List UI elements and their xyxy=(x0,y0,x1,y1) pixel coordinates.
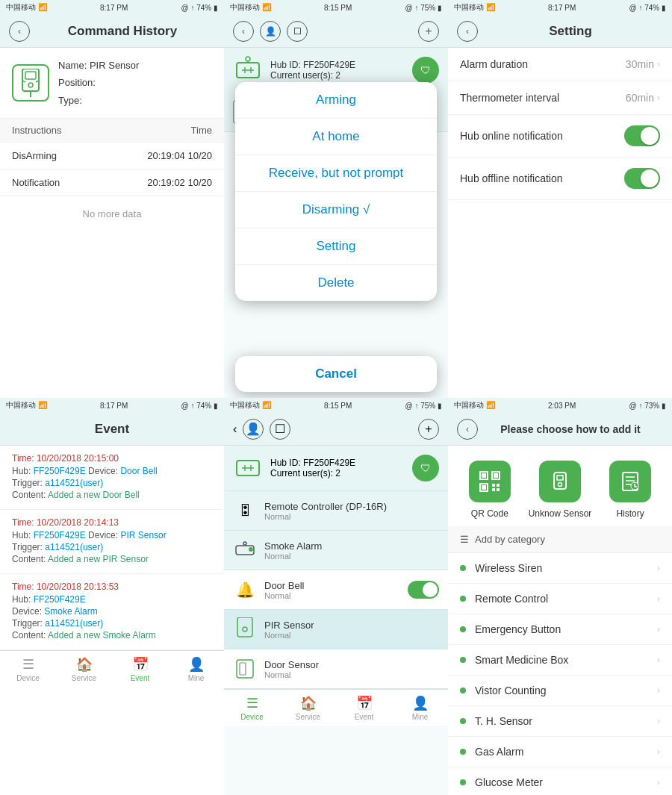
dropdown-disarming[interactable]: Disarming √ xyxy=(235,192,437,228)
event-list: Time: 10/20/2018 20:15:00 Hub: FF250F429… xyxy=(0,446,224,650)
svg-point-7 xyxy=(246,57,250,61)
page-title-p3: Setting xyxy=(478,24,663,39)
svg-rect-28 xyxy=(482,485,486,490)
dot-icon xyxy=(460,718,466,724)
hub-shield-icon[interactable]: 🛡 xyxy=(412,57,439,84)
hub-id-label: Hub ID: FF250F429E xyxy=(270,60,355,70)
tab-service-p5[interactable]: 🏠 Service xyxy=(280,690,336,726)
category-gas-alarm[interactable]: Gas Alarm › xyxy=(448,737,672,767)
add-history[interactable]: History xyxy=(609,461,651,519)
qr-code-icon xyxy=(469,461,511,502)
svg-rect-22 xyxy=(240,663,246,675)
svg-point-35 xyxy=(558,483,561,487)
svg-point-18 xyxy=(249,547,253,552)
nav-bar-p1: ‹ Command History xyxy=(0,15,224,48)
back-button-p3[interactable]: ‹ xyxy=(457,21,478,42)
tab-event-p4[interactable]: 📅 Event xyxy=(112,651,168,687)
event-item-2: Time: 10/20/2018 20:14:13 Hub: FF250F429… xyxy=(0,510,224,574)
table-header: Instructions Time xyxy=(0,119,224,143)
svg-rect-26 xyxy=(494,473,498,478)
hub-icon-p5 xyxy=(233,453,263,483)
avatar-button[interactable]: 👤 xyxy=(260,21,281,42)
scan-button[interactable]: ☐ xyxy=(287,21,308,42)
tab-service-p4[interactable]: 🏠 Service xyxy=(56,651,112,687)
event-item-1: Time: 10/20/2018 20:15:00 Hub: FF250F429… xyxy=(0,446,224,510)
avatar-btn-p5[interactable]: 👤 xyxy=(243,419,264,440)
panel-device-list: 中国移动 📶 8:15 PM @ ↑ 75% ▮ ‹ 👤 ☐ + Hub ID:… xyxy=(224,398,448,795)
dropdown-delete[interactable]: Delete xyxy=(235,265,437,301)
back-button-p5[interactable]: ‹ xyxy=(233,423,237,436)
status-bar-p1: 中国移动 📶 8:17 PM @ ↑ 74% ▮ xyxy=(0,0,224,15)
hub-offline-toggle[interactable] xyxy=(624,168,660,189)
door-bell-toggle[interactable] xyxy=(408,581,439,599)
history-icon xyxy=(609,461,651,502)
add-button[interactable]: + xyxy=(418,21,439,42)
status-bar-p5: 中国移动 📶 8:15 PM @ ↑ 75% ▮ xyxy=(224,398,448,413)
svg-point-17 xyxy=(243,542,246,545)
category-remote-control[interactable]: Remote Control › xyxy=(448,584,672,614)
device-door-bell[interactable]: 🔔 Door BellNormal xyxy=(224,570,448,610)
hub-online-row: Hub online notification xyxy=(448,115,672,158)
tab-mine-p4[interactable]: 👤 Mine xyxy=(168,651,224,687)
event-item-3: Time: 10/20/2018 20:13:53 Hub: FF250F429… xyxy=(0,574,224,650)
nav-bar-p2: ‹ 👤 ☐ + xyxy=(224,15,448,48)
dot-icon xyxy=(460,779,466,785)
pir-sensor-icon xyxy=(12,64,49,102)
add-btn-p5[interactable]: + xyxy=(418,419,439,440)
hub-online-toggle[interactable] xyxy=(624,125,660,146)
dot-icon xyxy=(460,657,466,663)
panel-add-device: 中国移动 📶 2:03 PM @ ↑ 73% ▮ ‹ Please choose… xyxy=(448,398,672,795)
dot-icon xyxy=(460,626,466,632)
add-unknown-sensor[interactable]: Unknow Sensor xyxy=(529,461,592,519)
dropdown-setting[interactable]: Setting xyxy=(235,228,437,265)
tab-device-p4[interactable]: ☰ Device xyxy=(0,651,56,687)
device-remote-controller[interactable]: 🎛 Remote Controller (DP-16R)Normal xyxy=(224,491,448,531)
dropdown-receive[interactable]: Receive, but not prompt xyxy=(235,155,437,192)
category-glucose-meter[interactable]: Glucose Meter › xyxy=(448,767,672,795)
event-time-3: Time: 10/20/2018 20:13:53 xyxy=(12,582,212,592)
back-button-p6[interactable]: ‹ xyxy=(457,419,478,440)
category-vistor-counting[interactable]: Vistor Counting › xyxy=(448,676,672,706)
scan-btn-p5[interactable]: ☐ xyxy=(270,419,290,440)
nav-bar-p3: ‹ Setting xyxy=(448,15,672,48)
page-title-p6: Please choose how to add it xyxy=(478,423,663,435)
category-smart-medicine-box[interactable]: Smart Medicine Box › xyxy=(448,645,672,676)
bell-icon: 🔔 xyxy=(233,578,257,602)
status-bar-p2: 中国移动 📶 8:15 PM @ ↑ 75% ▮ xyxy=(224,0,448,15)
hub-shield-p5[interactable]: 🛡 xyxy=(412,455,439,481)
back-button-p1[interactable]: ‹ xyxy=(9,21,30,42)
alarm-duration-row[interactable]: Alarm duration 30min › xyxy=(448,48,672,81)
tab-bar-p4: ☰ Device 🏠 Service 📅 Event 👤 Mine xyxy=(0,650,224,687)
category-wireless-siren[interactable]: Wireless Siren › xyxy=(448,553,672,584)
nav-bar-p4: Event xyxy=(0,413,224,446)
device-info: Name: PIR Sensor Position: Type: xyxy=(0,48,224,119)
cancel-button[interactable]: Cancel xyxy=(235,356,437,392)
svg-rect-34 xyxy=(557,476,563,480)
add-qr-code[interactable]: QR Code xyxy=(469,461,511,519)
category-th-sensor[interactable]: T. H. Sensor › xyxy=(448,706,672,737)
device-smoke-alarm[interactable]: Smoke AlarmNormal xyxy=(224,531,448,570)
hub-icon xyxy=(233,55,263,85)
table-row: DisArming 20:19:04 10/20 xyxy=(0,143,224,169)
tab-device-p5[interactable]: ☰ Device xyxy=(224,690,280,726)
dot-icon xyxy=(460,565,466,571)
history-label: History xyxy=(616,508,644,519)
smoke-icon xyxy=(233,538,257,562)
dropdown-at-home[interactable]: At home xyxy=(235,119,437,155)
tab-bar-p5: ☰ Device 🏠 Service 📅 Event 👤 Mine xyxy=(224,689,448,726)
dropdown-arming[interactable]: Arming xyxy=(235,82,437,119)
nav-bar-p6: ‹ Please choose how to add it xyxy=(448,413,672,446)
hub-info-p5: Hub ID: FF250F429E Current user(s): 2 🛡 xyxy=(224,446,448,491)
device-pir-sensor[interactable]: PIR SensorNormal xyxy=(224,610,448,649)
tab-mine-p5[interactable]: 👤 Mine xyxy=(392,690,448,726)
thermometer-interval-row[interactable]: Thermometer interval 60min › xyxy=(448,81,672,115)
event-time-1: Time: 10/20/2018 20:15:00 xyxy=(12,453,212,464)
svg-point-2 xyxy=(28,83,33,87)
svg-rect-1 xyxy=(25,72,36,79)
category-emergency-button[interactable]: Emergency Button › xyxy=(448,614,672,645)
back-button-p2[interactable]: ‹ xyxy=(233,21,254,42)
nav-bar-p5: ‹ 👤 ☐ + xyxy=(224,413,448,446)
device-door-sensor[interactable]: Door SensorNormal xyxy=(224,649,448,689)
tab-event-p5[interactable]: 📅 Event xyxy=(336,690,392,726)
door-sensor-icon xyxy=(233,657,257,681)
